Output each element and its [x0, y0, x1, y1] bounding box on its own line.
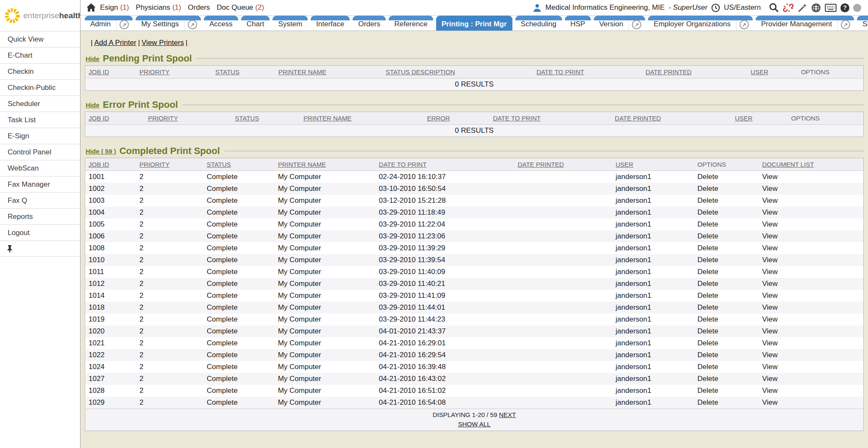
tab-hsp[interactable]: HSP: [565, 16, 591, 31]
delete-link[interactable]: Delete: [697, 375, 718, 383]
delete-link[interactable]: Delete: [697, 315, 718, 323]
col-status[interactable]: STATUS: [203, 158, 275, 171]
delete-link[interactable]: Delete: [697, 339, 718, 347]
sidebar-item-reports[interactable]: Reports: [0, 208, 80, 224]
tab-system[interactable]: System: [273, 16, 308, 31]
col-status[interactable]: STATUS: [231, 112, 300, 125]
sidebar-item-logout[interactable]: Logout: [0, 224, 80, 241]
add-a-printer-link[interactable]: Add A Printer: [94, 39, 136, 47]
col-date-to-print[interactable]: DATE TO PRINT: [533, 66, 642, 78]
error-hide-link[interactable]: Hide: [86, 101, 100, 109]
sidebar-item-e-chart[interactable]: E-Chart: [0, 47, 80, 63]
view-link[interactable]: View: [762, 185, 778, 193]
tab-provider-management[interactable]: Provider Management↗: [756, 16, 854, 31]
delete-link[interactable]: Delete: [697, 280, 718, 288]
sidebar-item-checkin[interactable]: Checkin: [0, 63, 80, 79]
col-document-list[interactable]: DOCUMENT LIST: [759, 158, 863, 171]
delete-link[interactable]: Delete: [697, 232, 718, 240]
delete-link[interactable]: Delete: [697, 291, 718, 300]
pending-hide-link[interactable]: Hide: [86, 55, 100, 62]
search-icon[interactable]: [769, 3, 779, 13]
tab-reference[interactable]: Reference: [389, 16, 433, 31]
sidebar-item-control-panel[interactable]: Control Panel: [0, 144, 80, 160]
tab-version[interactable]: Version↗: [594, 16, 645, 31]
view-link[interactable]: View: [762, 386, 778, 395]
external-link-icon[interactable]: ↗: [740, 20, 749, 29]
sidebar-pin-row[interactable]: [0, 241, 80, 257]
show-all-link[interactable]: SHOW ALL: [458, 420, 491, 428]
delete-link[interactable]: Delete: [697, 386, 718, 395]
delete-link[interactable]: Delete: [697, 196, 718, 204]
delete-link[interactable]: Delete: [697, 303, 718, 311]
col-priority[interactable]: PRIORITY: [136, 66, 212, 78]
col-job-id[interactable]: JOB ID: [85, 158, 136, 171]
view-printers-link[interactable]: View Printers: [142, 39, 184, 47]
view-link[interactable]: View: [762, 280, 778, 288]
home-icon[interactable]: [86, 3, 96, 12]
view-link[interactable]: View: [762, 220, 778, 228]
tab-admin[interactable]: Admin↗: [85, 16, 133, 31]
wand-icon[interactable]: [798, 3, 807, 13]
next-link[interactable]: NEXT: [499, 411, 516, 418]
tab-chart[interactable]: Chart: [241, 16, 270, 31]
view-link[interactable]: View: [762, 339, 778, 347]
view-link[interactable]: View: [762, 173, 778, 181]
sidebar-item-checkin-public[interactable]: Checkin-Public: [0, 79, 80, 95]
view-link[interactable]: View: [762, 244, 778, 252]
delete-link[interactable]: Delete: [697, 363, 718, 371]
sidebar-item-webscan[interactable]: WebScan: [0, 160, 80, 176]
col-date-printed[interactable]: DATE PRINTED: [514, 158, 612, 171]
col-job-id[interactable]: JOB ID: [85, 66, 136, 78]
tab-printing-print-mgr[interactable]: Printing : Print Mgr: [436, 16, 512, 31]
view-link[interactable]: View: [762, 232, 778, 240]
delete-link[interactable]: Delete: [697, 256, 718, 264]
delete-link[interactable]: Delete: [697, 398, 718, 406]
broken-link-icon[interactable]: [783, 3, 794, 13]
tab-scheduling[interactable]: Scheduling: [515, 16, 562, 31]
col-user[interactable]: USER: [732, 112, 788, 125]
view-link[interactable]: View: [762, 315, 778, 323]
col-priority[interactable]: PRIORITY: [145, 112, 231, 125]
delete-link[interactable]: Delete: [697, 220, 718, 228]
col-date-printed[interactable]: DATE PRINTED: [612, 112, 732, 125]
pin-icon[interactable]: [7, 245, 13, 253]
tab-my-settings[interactable]: My Settings↗: [136, 16, 201, 31]
col-printer-name[interactable]: PRINTER NAME: [300, 112, 423, 125]
view-link[interactable]: View: [762, 363, 778, 371]
completed-hide-link[interactable]: Hide ( 59 ): [86, 148, 116, 155]
view-link[interactable]: View: [762, 268, 778, 276]
external-link-icon[interactable]: ↗: [841, 20, 850, 29]
col-status-description[interactable]: STATUS DESCRIPTION: [382, 66, 533, 78]
delete-link[interactable]: Delete: [697, 173, 718, 181]
keyboard-icon[interactable]: [825, 4, 837, 12]
view-link[interactable]: View: [762, 398, 778, 406]
help-icon[interactable]: ?: [840, 3, 849, 12]
col-printer-name[interactable]: PRINTER NAME: [275, 66, 382, 78]
col-job-id[interactable]: JOB ID: [85, 112, 145, 125]
view-link[interactable]: View: [762, 303, 778, 311]
col-printer-name[interactable]: PRINTER NAME: [275, 158, 376, 171]
delete-link[interactable]: Delete: [697, 185, 718, 193]
col-error[interactable]: ERROR: [423, 112, 490, 125]
tab-access[interactable]: Access: [204, 16, 238, 31]
sidebar-item-fax-q[interactable]: Fax Q: [0, 192, 80, 208]
view-link[interactable]: View: [762, 327, 778, 335]
sidebar-item-fax-manager[interactable]: Fax Manager: [0, 176, 80, 192]
view-link[interactable]: View: [762, 256, 778, 264]
view-link[interactable]: View: [762, 375, 778, 383]
view-link[interactable]: View: [762, 196, 778, 204]
col-user[interactable]: USER: [612, 158, 694, 171]
globe-icon[interactable]: [811, 3, 821, 13]
delete-link[interactable]: Delete: [697, 268, 718, 276]
sidebar-item-task-list[interactable]: Task List: [0, 112, 80, 128]
col-user[interactable]: USER: [747, 66, 798, 78]
topbar-link-physicians[interactable]: Physicians(1): [136, 3, 181, 12]
delete-link[interactable]: Delete: [697, 208, 718, 216]
view-link[interactable]: View: [762, 291, 778, 300]
topbar-link-esign[interactable]: Esign(1): [100, 3, 129, 12]
view-link[interactable]: View: [762, 351, 778, 359]
tab-orders[interactable]: Orders: [353, 16, 386, 31]
delete-link[interactable]: Delete: [697, 244, 718, 252]
col-date-to-print[interactable]: DATE TO PRINT: [490, 112, 611, 125]
external-link-icon[interactable]: ↗: [188, 20, 197, 29]
